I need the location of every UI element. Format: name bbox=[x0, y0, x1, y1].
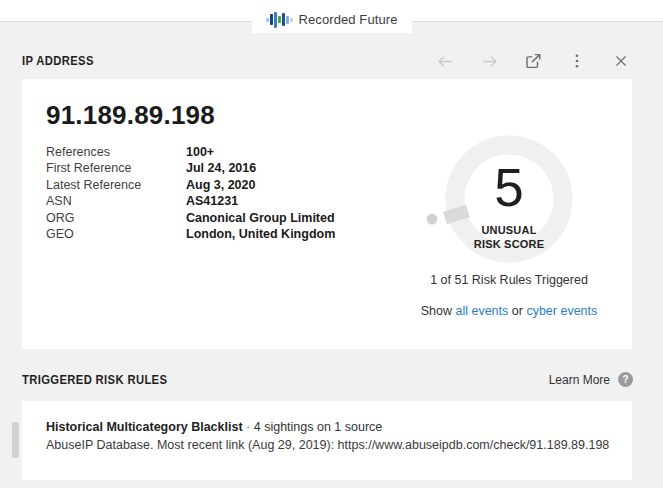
risk-rule-name: Historical Multicategory Blacklist bbox=[46, 420, 243, 434]
bullet-separator: · bbox=[246, 420, 250, 434]
scrollbar-thumb[interactable] bbox=[12, 422, 19, 458]
forward-icon[interactable] bbox=[479, 51, 499, 71]
learn-more: Learn More ? bbox=[549, 372, 633, 387]
ip-fields: References 100+ First Reference Jul 24, … bbox=[46, 144, 400, 242]
rules-list-area: Historical Multicategory Blacklist · 4 s… bbox=[0, 401, 663, 480]
brand-name: Recorded Future bbox=[298, 12, 397, 27]
all-events-link[interactable]: all events bbox=[455, 304, 508, 318]
learn-more-link[interactable]: Learn More bbox=[549, 373, 610, 387]
risk-rule-title-line: Historical Multicategory Blacklist · 4 s… bbox=[46, 418, 612, 436]
kebab-menu-icon[interactable] bbox=[567, 51, 587, 71]
field-latest-reference: Latest Reference Aug 3, 2020 bbox=[46, 177, 400, 193]
risk-rule-card: Historical Multicategory Blacklist · 4 s… bbox=[22, 401, 632, 480]
help-icon[interactable]: ? bbox=[618, 372, 633, 387]
back-icon[interactable] bbox=[435, 51, 455, 71]
field-geo: GEO London, United Kingdom bbox=[46, 226, 400, 242]
risk-score-gauge: 5 UNUSUAL RISK SCORE bbox=[414, 129, 604, 265]
panel-header: IP ADDRESS bbox=[22, 50, 631, 72]
extension-panel: Recorded Future IP ADDRESS bbox=[0, 0, 663, 488]
field-org: ORG Canonical Group Limited bbox=[46, 210, 400, 226]
risk-rules-summary: 1 of 51 Risk Rules Triggered bbox=[430, 273, 588, 287]
ip-address-title: 91.189.89.198 bbox=[46, 100, 400, 131]
recorded-future-icon bbox=[265, 11, 292, 29]
field-asn: ASN AS41231 bbox=[46, 193, 400, 209]
cyber-events-link[interactable]: cyber events bbox=[526, 304, 597, 318]
panel-toolbar bbox=[435, 51, 631, 71]
page-title: IP ADDRESS bbox=[22, 54, 94, 68]
field-references: References 100+ bbox=[46, 144, 400, 160]
triggered-rules-title: TRIGGERED RISK RULES bbox=[22, 373, 167, 387]
risk-score-label: UNUSUAL RISK SCORE bbox=[414, 223, 604, 251]
risk-rule-evidence: AbuseIP Database. Most recent link (Aug … bbox=[46, 436, 612, 454]
risk-rule-sightings: 4 sightings on 1 source bbox=[254, 420, 383, 434]
show-events-line: Show all events or cyber events bbox=[421, 304, 598, 318]
brand-logo: Recorded Future bbox=[251, 6, 411, 33]
triggered-rules-header: TRIGGERED RISK RULES Learn More ? bbox=[22, 371, 633, 388]
ip-details: 91.189.89.198 References 100+ First Refe… bbox=[46, 93, 400, 349]
risk-score-panel: 5 UNUSUAL RISK SCORE 1 of 51 Risk Rules … bbox=[400, 93, 632, 349]
field-first-reference: First Reference Jul 24, 2016 bbox=[46, 160, 400, 176]
open-in-new-icon[interactable] bbox=[523, 51, 543, 71]
risk-score-value: 5 bbox=[414, 161, 604, 214]
ip-summary-card: 91.189.89.198 References 100+ First Refe… bbox=[22, 79, 632, 349]
close-icon[interactable] bbox=[611, 51, 631, 71]
